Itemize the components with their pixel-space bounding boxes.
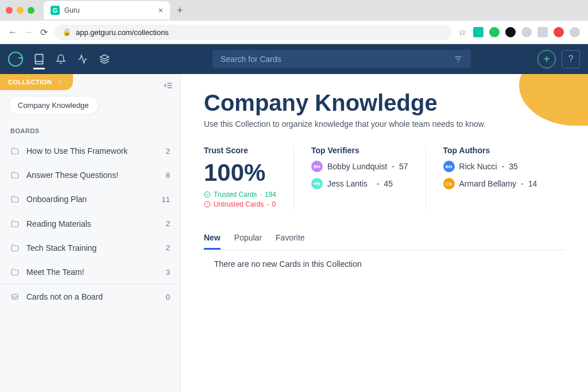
board-item[interactable]: Answer These Questions! 8 (0, 163, 180, 187)
svg-marker-0 (100, 55, 109, 60)
verifier-row[interactable]: PR Jess Lantis - 45 (311, 178, 408, 189)
collapse-sidebar-icon[interactable] (164, 81, 173, 92)
help-button[interactable]: ? (562, 50, 580, 68)
folder-icon (10, 171, 20, 179)
tab-popular[interactable]: Popular (234, 233, 262, 250)
svg-point-8 (204, 192, 210, 197)
ext-green-icon[interactable] (489, 27, 500, 37)
folder-icon (10, 244, 20, 252)
empty-message: There are no new Cards in this Collectio… (204, 259, 565, 269)
avatar: CS (443, 178, 455, 189)
tab-favicon-icon: G (51, 6, 60, 15)
trusted-cards-line: Trusted Cards · 194 (204, 191, 276, 199)
search-placeholder: Search for Cards (220, 55, 281, 64)
app-header: Search for Cards + ? (0, 44, 588, 74)
browser-toolbar: ← → ⟳ 🔒 app.getguru.com/collections ☆ (0, 21, 588, 44)
browser-tab[interactable]: G Guru × (44, 1, 170, 20)
nav-notifications-icon[interactable] (55, 53, 67, 65)
board-count: 3 (166, 268, 170, 277)
card-icon (10, 293, 20, 301)
board-count: 11 (162, 195, 170, 204)
board-name: How to Use This Framework (26, 146, 166, 156)
ext-black-icon[interactable] (505, 27, 516, 37)
collection-tab[interactable]: COLLECTION (0, 74, 73, 90)
tab-favorite[interactable]: Favorite (276, 233, 305, 250)
search-input[interactable]: Search for Cards (212, 50, 471, 68)
untrusted-cards-line: Untrusted Cards - 0 (204, 200, 276, 208)
add-button[interactable]: + (537, 50, 556, 68)
avatar: BH (311, 161, 323, 172)
board-name: Onboarding Plan (26, 194, 162, 204)
nav-collections-icon[interactable] (99, 53, 110, 65)
ext-camera-icon[interactable] (570, 27, 580, 37)
authors-label: Top Authors (443, 146, 537, 155)
stats-row: Trust Score 100% Trusted Cards · 194 Unt… (204, 146, 565, 210)
person-count: 35 (509, 162, 518, 171)
ext-gray1-icon[interactable] (521, 27, 532, 37)
board-item[interactable]: Tech Stack Training 2 (0, 236, 180, 260)
sort-icon (57, 79, 63, 85)
board-name: Cards not on a Board (26, 292, 166, 302)
board-count: 8 (166, 171, 170, 180)
board-count: 2 (166, 243, 170, 252)
board-name: Meet The Team! (26, 267, 166, 277)
author-row[interactable]: BH Rick Nucci - 35 (443, 161, 537, 172)
url-bar[interactable]: 🔒 app.getguru.com/collections (55, 25, 451, 40)
window-maximize[interactable] (28, 7, 34, 14)
cards-not-on-board[interactable]: Cards not on a Board 0 (0, 285, 180, 309)
ext-gray2-icon[interactable] (537, 27, 548, 37)
tab-new[interactable]: New (204, 233, 220, 250)
person-name: Jess Lantis (327, 179, 368, 188)
board-count: 2 (166, 147, 170, 156)
check-circle-icon (204, 191, 211, 198)
person-count: 14 (528, 179, 537, 188)
top-verifiers-section: Top Verifiers BH Bobby Lundquist - 57 PR… (311, 146, 426, 210)
ext-guru-icon[interactable] (473, 27, 483, 37)
bookmark-icon[interactable]: ☆ (458, 27, 466, 38)
window-minimize[interactable] (17, 7, 24, 14)
filter-icon[interactable] (454, 55, 463, 64)
tab-close-icon[interactable]: × (158, 6, 163, 15)
board-name: Reading Materials (26, 219, 166, 229)
forward-icon[interactable]: → (24, 27, 33, 37)
board-item[interactable]: How to Use This Framework 2 (0, 139, 180, 163)
board-item[interactable]: Onboarding Plan 11 (0, 187, 180, 211)
reload-icon[interactable]: ⟳ (40, 27, 48, 38)
collection-name: Company Knowledge (18, 101, 89, 110)
trust-percent: 100% (204, 161, 276, 185)
page-title: Company Knowledge (204, 90, 565, 116)
avatar: PR (311, 178, 323, 189)
tab-strip: G Guru × + (0, 0, 588, 21)
guru-logo-icon[interactable] (8, 52, 23, 67)
board-item[interactable]: Meet The Team! 3 (0, 260, 180, 284)
collection-name-pill[interactable]: Company Knowledge (8, 96, 99, 115)
folder-icon (10, 195, 20, 203)
ext-red-icon[interactable] (554, 27, 564, 37)
person-name: Rick Nucci (459, 162, 497, 171)
nav-library-icon[interactable] (33, 58, 45, 69)
board-name: Answer These Questions! (26, 170, 166, 180)
trust-label: Trust Score (204, 146, 276, 155)
window-controls (6, 7, 34, 14)
avatar: BH (443, 161, 455, 172)
verifier-row[interactable]: BH Bobby Lundquist - 57 (311, 161, 408, 172)
new-tab-button[interactable]: + (173, 5, 187, 17)
person-count: 57 (399, 162, 408, 171)
folder-icon (10, 147, 20, 155)
alert-circle-icon (204, 201, 211, 208)
back-icon[interactable]: ← (8, 27, 17, 37)
trust-score-section: Trust Score 100% Trusted Cards · 194 Unt… (204, 146, 294, 210)
url-text: app.getguru.com/collections (76, 28, 169, 37)
author-row[interactable]: CS Armard Bellamy - 14 (443, 178, 537, 189)
content-tabs: New Popular Favorite (204, 233, 565, 250)
person-name: Bobby Lundquist (327, 162, 387, 171)
board-count: 2 (166, 219, 170, 228)
folder-icon (10, 268, 20, 276)
board-item[interactable]: Reading Materials 2 (0, 212, 180, 236)
person-name: Armard Bellamy (459, 179, 517, 188)
tab-title: Guru (64, 6, 80, 14)
window-close[interactable] (6, 7, 13, 14)
verifiers-label: Top Verifiers (311, 146, 408, 155)
nav-analytics-icon[interactable] (77, 53, 88, 65)
top-authors-section: Top Authors BH Rick Nucci - 35 CS Armard… (443, 146, 555, 210)
